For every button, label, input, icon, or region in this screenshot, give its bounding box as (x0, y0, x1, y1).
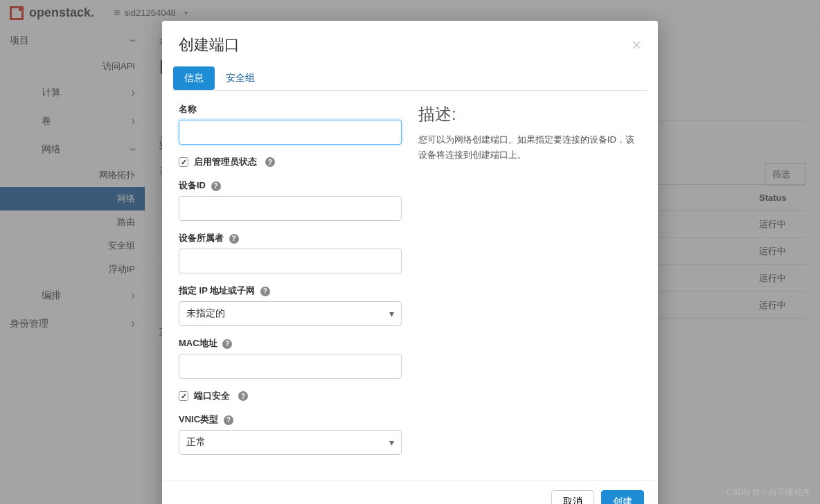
admin-state-checkbox-row[interactable]: 启用管理员状态 ? (179, 156, 402, 168)
modal-footer: 取消 创建 (162, 480, 658, 504)
modal-body: 名称 启用管理员状态 ? 设备ID ? 设备所属者 ? (162, 91, 658, 480)
modal-tab-security[interactable]: 安全组 (215, 66, 266, 90)
modal-tabs: 信息 安全组 (173, 66, 647, 91)
create-port-modal: 创建端口 × 信息 安全组 名称 启用管理员状态 ? 设备ID ? (162, 21, 658, 504)
mac-input[interactable] (179, 354, 402, 379)
help-icon[interactable]: ? (224, 415, 233, 425)
watermark: CSDN @小白不懂程序 (726, 487, 810, 498)
form-column: 名称 启用管理员状态 ? 设备ID ? 设备所属者 ? (179, 103, 402, 466)
select-value: 未指定的 (186, 307, 225, 320)
port-security-checkbox-row[interactable]: 端口安全 ? (179, 390, 402, 402)
help-icon[interactable]: ? (265, 157, 275, 167)
label-device-id: 设备ID ? (179, 179, 402, 192)
label-port-security: 端口安全 (194, 390, 230, 402)
modal-header: 创建端口 × (162, 21, 658, 66)
vnic-select[interactable]: 正常 (179, 430, 402, 455)
device-owner-input[interactable] (179, 249, 402, 273)
label-mac: MAC地址 ? (179, 337, 402, 350)
label-ip-subnet: 指定 IP 地址或子网 ? (179, 285, 402, 297)
modal-tab-info[interactable]: 信息 (173, 66, 215, 90)
help-icon[interactable]: ? (238, 391, 248, 401)
device-id-input[interactable] (179, 196, 402, 221)
modal-title: 创建端口 (179, 35, 240, 55)
description-column: 描述: 您可以为网络创建端口。如果指定要连接的设备ID，该设备将连接到创建端口上… (418, 103, 641, 466)
desc-title: 描述: (418, 103, 641, 125)
label-device-owner: 设备所属者 ? (179, 232, 402, 244)
close-icon[interactable]: × (632, 37, 641, 53)
name-input[interactable] (179, 120, 402, 145)
desc-text: 您可以为网络创建端口。如果指定要连接的设备ID，该设备将连接到创建端口上。 (418, 132, 641, 163)
select-value: 正常 (186, 436, 206, 449)
label-name: 名称 (179, 103, 402, 116)
help-icon[interactable]: ? (222, 339, 232, 349)
create-button[interactable]: 创建 (601, 490, 644, 504)
checkbox-admin-state[interactable] (179, 157, 188, 167)
ip-subnet-select[interactable]: 未指定的 (179, 301, 402, 326)
cancel-button[interactable]: 取消 (551, 490, 594, 504)
label-vnic: VNIC类型 ? (179, 413, 402, 426)
checkbox-port-security[interactable] (179, 391, 188, 401)
help-icon[interactable]: ? (229, 234, 239, 244)
help-icon[interactable]: ? (211, 181, 221, 191)
help-icon[interactable]: ? (260, 287, 270, 296)
label-admin-state: 启用管理员状态 (194, 156, 257, 168)
